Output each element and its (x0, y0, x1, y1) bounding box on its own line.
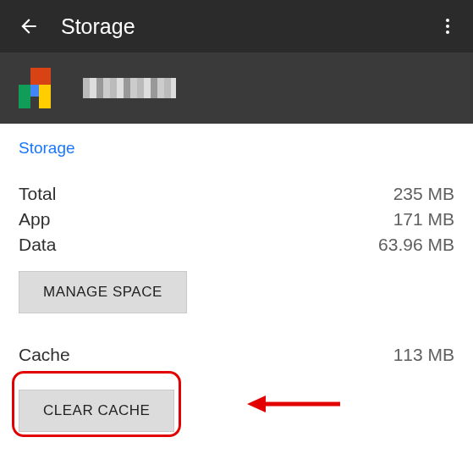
row-cache: Cache 113 MB (19, 342, 454, 368)
section-title-storage: Storage (19, 139, 454, 158)
row-total: Total 235 MB (19, 181, 454, 207)
row-app: App 171 MB (19, 207, 454, 232)
row-app-label: App (19, 207, 50, 232)
more-vert-icon (437, 16, 458, 36)
manage-space-button[interactable]: MANAGE SPACE (19, 271, 187, 313)
app-header (0, 53, 473, 124)
row-data-label: Data (19, 232, 56, 257)
content: Storage Total 235 MB App 171 MB Data 63.… (0, 124, 473, 432)
row-app-value: 171 MB (393, 207, 454, 232)
row-total-label: Total (19, 181, 56, 207)
row-cache-value: 113 MB (393, 342, 454, 368)
back-button[interactable] (12, 9, 46, 43)
toolbar: Storage (0, 0, 473, 53)
arrow-back-icon (18, 15, 40, 37)
svg-point-1 (446, 25, 449, 28)
row-data-value: 63.96 MB (378, 232, 454, 257)
row-cache-label: Cache (19, 342, 70, 368)
row-total-value: 235 MB (393, 181, 454, 207)
row-data: Data 63.96 MB (19, 232, 454, 257)
app-icon (19, 68, 59, 108)
svg-marker-4 (247, 396, 266, 412)
svg-point-0 (446, 19, 449, 22)
svg-point-2 (446, 30, 449, 34)
clear-cache-button[interactable]: CLEAR CACHE (19, 390, 174, 432)
annotation-arrow-icon (247, 391, 340, 417)
app-name-censored (83, 78, 176, 98)
overflow-menu-button[interactable] (431, 9, 465, 43)
page-title: Storage (61, 14, 431, 39)
